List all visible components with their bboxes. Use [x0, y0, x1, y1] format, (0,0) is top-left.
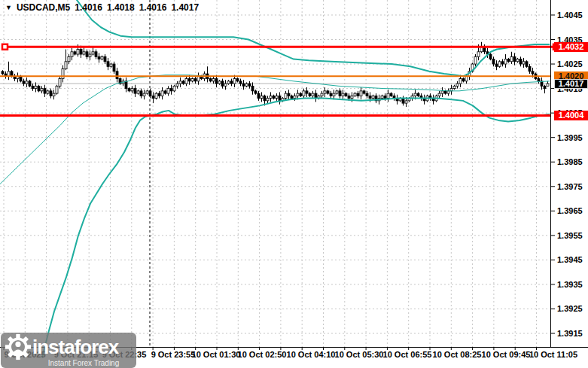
- y-axis-label: 1.3915: [557, 329, 583, 338]
- candle-body: [158, 93, 160, 96]
- level-drag-handle[interactable]: [2, 44, 8, 50]
- candle-body: [113, 64, 115, 71]
- y-axis-label: 1.4025: [557, 59, 583, 68]
- candle-body: [357, 93, 359, 96]
- candle-body: [173, 86, 175, 91]
- candle-body: [294, 96, 296, 98]
- candle-body: [507, 59, 510, 62]
- y-axis-label: 1.3965: [557, 206, 583, 215]
- candle-body: [354, 93, 356, 96]
- candle-body: [233, 79, 236, 84]
- candle-body: [176, 84, 178, 86]
- x-axis-label: 10 Oct 08:25: [433, 350, 482, 359]
- candle-body: [164, 91, 166, 93]
- candle-body: [260, 96, 263, 98]
- candle-body: [209, 79, 212, 81]
- y-axis-label: 1.3935: [557, 280, 583, 289]
- candle-body: [242, 84, 245, 86]
- candle-body: [47, 91, 49, 93]
- candle-body: [489, 54, 492, 59]
- chart-canvas[interactable]: 1.40451.40351.40251.40151.40051.39951.39…: [0, 0, 588, 368]
- candle-body: [276, 96, 278, 98]
- quote-expand-triangle-icon[interactable]: ▼: [5, 5, 12, 11]
- candle-body: [131, 89, 133, 91]
- candle-body: [71, 52, 73, 57]
- candle-body: [405, 101, 407, 103]
- candle-body: [414, 93, 416, 96]
- candle-body: [23, 81, 25, 84]
- candle-body: [44, 89, 46, 94]
- candle-body: [366, 93, 368, 96]
- quote-open: 1.4016: [75, 2, 102, 13]
- candle-body: [351, 96, 353, 98]
- candle-body: [95, 52, 97, 57]
- candle-body: [544, 86, 546, 88]
- candle-body: [303, 91, 305, 96]
- candle-body: [333, 93, 335, 96]
- candle-body: [185, 79, 187, 84]
- candle-body: [194, 79, 197, 81]
- quote-close: 1.4017: [171, 2, 199, 13]
- candle-body: [32, 86, 34, 88]
- candle-body: [152, 96, 154, 98]
- candle-body: [342, 93, 344, 96]
- x-axis-label: 10 Oct 11:05: [529, 350, 577, 359]
- candle-body: [279, 96, 281, 101]
- candle-body: [50, 91, 52, 96]
- candle-body: [74, 52, 76, 54]
- candle-body: [513, 56, 516, 62]
- candle-body: [155, 93, 157, 99]
- candle-body: [417, 93, 419, 96]
- candle-body: [236, 79, 239, 81]
- candle-body: [501, 62, 504, 64]
- x-axis-label: 9 Oct 23:55: [151, 350, 196, 359]
- candle-body: [128, 89, 130, 91]
- candle-body: [360, 91, 362, 96]
- candle-body: [297, 93, 299, 96]
- candle-body: [441, 91, 443, 93]
- price-badge-support: 1.4004: [554, 111, 588, 120]
- candle-body: [146, 91, 148, 93]
- candle-body: [456, 84, 459, 86]
- candle-body: [327, 91, 329, 93]
- x-axis-label: 10 Oct 06:55: [383, 350, 432, 359]
- candle-body: [462, 79, 465, 81]
- candle-body: [363, 91, 365, 93]
- y-axis-label: 1.3925: [557, 304, 583, 313]
- candle-body: [161, 91, 163, 96]
- candle-body: [167, 89, 169, 94]
- candle-body: [381, 96, 383, 98]
- price-badge-resistance: 1.4032: [554, 42, 588, 52]
- candle-body: [101, 56, 103, 59]
- candle-body: [336, 91, 338, 93]
- candle-body: [218, 81, 221, 84]
- candle-body: [170, 89, 172, 91]
- candle-body: [264, 96, 266, 101]
- candle-body: [453, 86, 455, 88]
- candle-body: [80, 50, 82, 55]
- candle-body: [116, 71, 118, 79]
- candle-body: [372, 96, 374, 98]
- candle-body: [438, 93, 440, 96]
- x-axis-label: 10 Oct 09:45: [482, 350, 531, 359]
- candle-body: [227, 81, 230, 84]
- candle-body: [59, 79, 61, 87]
- candle-body: [65, 62, 67, 69]
- x-axis-label: 10 Oct 01:30: [192, 350, 241, 359]
- candle-body: [291, 96, 293, 98]
- candle-body: [516, 59, 519, 62]
- candle-body: [83, 52, 85, 54]
- candle-body: [221, 81, 224, 87]
- candle-body: [387, 93, 389, 99]
- candle-body: [125, 81, 127, 89]
- candle-body: [321, 93, 323, 96]
- mt4-chart-window: 1.40451.40351.40251.40151.40051.39951.39…: [0, 0, 588, 368]
- candle-body: [62, 69, 64, 79]
- candle-body: [498, 62, 501, 67]
- candle-body: [26, 81, 28, 84]
- quote-high: 1.4018: [107, 2, 135, 13]
- watermark-brand: instaforex: [32, 337, 118, 357]
- quote-low: 1.4016: [139, 2, 167, 13]
- x-axis-label: 10 Oct 04:10: [287, 350, 336, 359]
- price-badge-current-bid: 1.4017: [554, 79, 588, 89]
